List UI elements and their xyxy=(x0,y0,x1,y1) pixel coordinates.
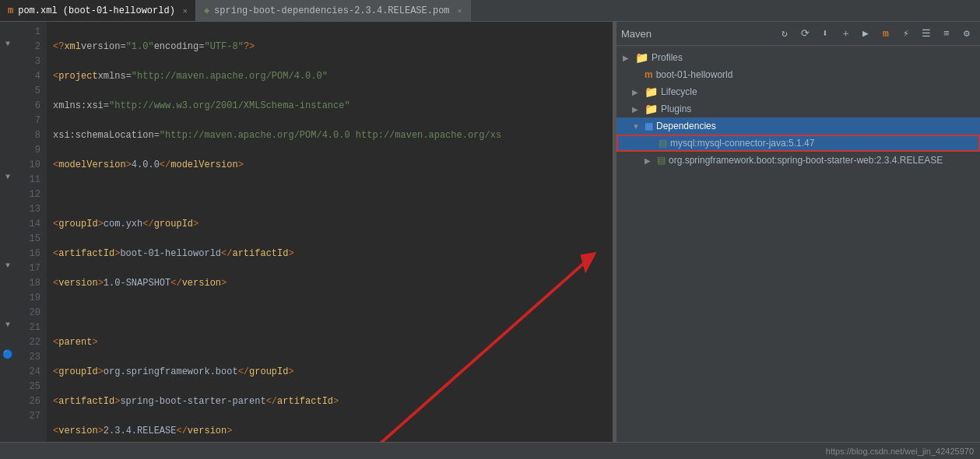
tree-item-dependencies[interactable]: ▼ ▦ Dependencies xyxy=(616,117,980,135)
mysql-connector-arrow xyxy=(646,139,659,148)
tab-spring[interactable]: ◆ spring-boot-dependencies-2.3.4.RELEASE… xyxy=(196,0,471,21)
code-line-4: xsi:schemaLocation="http://maven.apache.… xyxy=(53,128,606,143)
lifecycle-label: Lifecycle xyxy=(661,86,697,97)
plugins-label: Plugins xyxy=(661,103,691,114)
editor-content[interactable]: ▼ ▼ xyxy=(0,22,613,442)
gutter-25 xyxy=(0,377,16,391)
gutter-20 xyxy=(0,303,16,317)
gutter-22 xyxy=(0,332,16,347)
maven-toolbar: Maven ↻ ⟳ ⬇ ＋ ▶ m ⚡ ☰ ≡ ⚙ xyxy=(616,22,980,46)
tree-item-lifecycle[interactable]: ▶ 📁 Lifecycle xyxy=(616,83,980,100)
editor-wrapper: ▼ ▼ xyxy=(0,22,613,442)
code-line-14: <version>2.3.4.RELEASE</version> xyxy=(53,424,606,439)
maven-settings-btn[interactable]: ☰ xyxy=(918,25,935,42)
gutter-12 xyxy=(0,184,16,199)
tab-bar: m pom.xml (boot-01-helloworld) ✕ ◆ sprin… xyxy=(0,0,980,22)
maven-panel: Maven ↻ ⟳ ⬇ ＋ ▶ m ⚡ ☰ ≡ ⚙ ▶ 📁 Profiles m xyxy=(616,22,980,442)
gutter-26 xyxy=(0,391,16,406)
gutter-6 xyxy=(0,96,16,110)
code-line-8: <artifactId>boot-01-helloworld</artifact… xyxy=(53,247,606,261)
status-bar: https://blog.csdn.net/wei_jin_42425970 xyxy=(0,442,980,459)
maven-refresh-btn[interactable]: ↻ xyxy=(776,25,793,42)
dependencies-label: Dependencies xyxy=(656,121,716,131)
line-numbers: 12345 678910 1112131415 1617181920 21222… xyxy=(16,22,47,442)
gutter-13 xyxy=(0,199,16,214)
maven-add-btn[interactable]: ＋ xyxy=(837,25,854,42)
gutter-14 xyxy=(0,214,16,229)
dependencies-dep-icon: ▦ xyxy=(645,121,653,131)
dependencies-arrow: ▼ xyxy=(632,122,645,131)
gutter: ▼ ▼ xyxy=(0,22,16,442)
mysql-jar-icon: ▤ xyxy=(659,138,667,149)
gutter-7 xyxy=(0,110,16,125)
gutter-11: ▼ xyxy=(0,170,16,184)
gutter-2: ▼ xyxy=(0,37,16,51)
status-url: https://blog.csdn.net/wei_jin_42425970 xyxy=(826,447,974,456)
code-line-13: <artifactId>spring-boot-starter-parent</… xyxy=(53,394,606,409)
editor: ▼ ▼ xyxy=(0,22,613,442)
gutter-23: 🔵 xyxy=(0,347,16,362)
tab-pom-close[interactable]: ✕ xyxy=(183,6,188,16)
gutter-16 xyxy=(0,244,16,258)
lifecycle-folder-icon: 📁 xyxy=(645,86,658,98)
gutter-15 xyxy=(0,229,16,244)
tab-pom-label: pom.xml (boot-01-helloworld) xyxy=(18,5,175,16)
plugins-arrow: ▶ xyxy=(632,105,645,114)
spring-starter-label: org.springframework.boot:spring-boot-sta… xyxy=(669,155,943,166)
maven-reload-btn[interactable]: ⟳ xyxy=(796,25,813,42)
plugins-folder-icon: 📁 xyxy=(645,103,658,115)
maven-execute-btn[interactable]: ⚡ xyxy=(897,25,915,42)
maven-tree: ▶ 📁 Profiles m boot-01-helloworld ▶ 📁 Li… xyxy=(616,46,980,442)
code-line-2: <project xmlns="http://maven.apache.org/… xyxy=(53,69,606,84)
gutter-10 xyxy=(0,155,16,170)
maven-settings2-btn[interactable]: ≡ xyxy=(938,25,955,42)
maven-icon: m xyxy=(8,5,13,16)
boot01-arrow xyxy=(632,71,645,79)
code-line-5: <modelVersion>4.0.0</modelVersion> xyxy=(53,158,606,173)
maven-title: Maven xyxy=(621,28,652,40)
main-area: ▼ ▼ xyxy=(0,22,980,442)
maven-m-btn[interactable]: m xyxy=(877,25,894,42)
profiles-label: Profiles xyxy=(652,52,683,63)
gutter-17: ▼ xyxy=(0,258,16,273)
gutter-21: ▼ xyxy=(0,317,16,332)
gutter-18 xyxy=(0,273,16,288)
code-line-9: <version>1.0-SNAPSHOT</version> xyxy=(53,276,606,291)
code-line-7: <groupId>com.yxh</groupId> xyxy=(53,217,606,232)
gutter-24 xyxy=(0,362,16,377)
maven-settings3-btn[interactable]: ⚙ xyxy=(958,25,975,42)
tree-item-boot01[interactable]: m boot-01-helloworld xyxy=(616,66,980,83)
gutter-27 xyxy=(0,406,16,421)
gutter-19 xyxy=(0,288,16,303)
tree-item-plugins[interactable]: ▶ 📁 Plugins xyxy=(616,100,980,117)
tab-spring-close[interactable]: ✕ xyxy=(458,6,462,16)
spring-icon: ◆ xyxy=(204,5,209,16)
dependency-gutter-icon: 🔵 xyxy=(2,349,13,359)
spring-jar-icon: ▤ xyxy=(657,155,666,166)
gutter-8 xyxy=(0,125,16,140)
boot01-label: boot-01-helloworld xyxy=(656,69,733,80)
tab-spring-label: spring-boot-dependencies-2.3.4.RELEASE.p… xyxy=(214,5,449,16)
code-line-10 xyxy=(53,306,606,321)
profiles-folder-icon: 📁 xyxy=(635,51,648,64)
code-line-6 xyxy=(53,187,606,202)
tree-item-mysql-connector[interactable]: ▤ mysql:mysql-connector-java:5.1.47 xyxy=(616,135,980,152)
maven-download-btn[interactable]: ⬇ xyxy=(817,25,834,42)
tab-pom[interactable]: m pom.xml (boot-01-helloworld) ✕ xyxy=(0,0,196,21)
mysql-connector-label: mysql:mysql-connector-java:5.1.47 xyxy=(670,138,814,149)
tree-item-spring-starter-web[interactable]: ▶ ▤ org.springframework.boot:spring-boot… xyxy=(616,152,980,169)
gutter-9 xyxy=(0,140,16,155)
gutter-4 xyxy=(0,66,16,81)
code-line-1: <?xml version="1.0" encoding="UTF-8"?> xyxy=(53,40,606,54)
spring-starter-arrow: ▶ xyxy=(645,156,657,165)
maven-run-btn[interactable]: ▶ xyxy=(857,25,874,42)
code-area[interactable]: <?xml version="1.0" encoding="UTF-8"?> <… xyxy=(47,22,613,442)
gutter-5 xyxy=(0,81,16,96)
tree-item-profiles[interactable]: ▶ 📁 Profiles xyxy=(616,49,980,66)
gutter-1 xyxy=(0,22,16,37)
code-line-3: xmlns:xsi="http://www.w3.org/2001/XMLSch… xyxy=(53,99,606,114)
boot01-maven-icon: m xyxy=(645,69,653,80)
code-line-11: <parent> xyxy=(53,335,606,350)
profiles-arrow: ▶ xyxy=(623,54,635,62)
gutter-3 xyxy=(0,51,16,66)
